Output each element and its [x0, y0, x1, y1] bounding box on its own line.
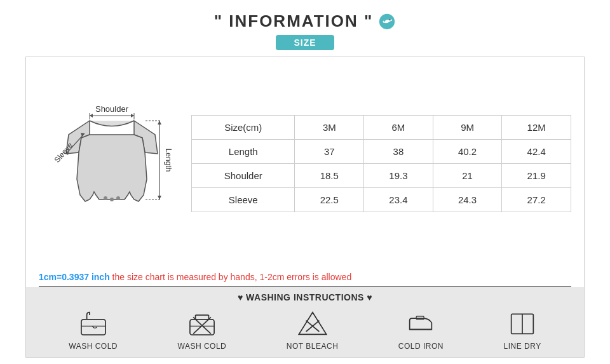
wash-item-3: NOT BLEACH — [287, 309, 338, 351]
washing-section: ♥ WASHING INSTRUCTIONS ♥ WASH COLD — [26, 287, 584, 357]
svg-marker-6 — [90, 114, 93, 118]
svg-point-1 — [390, 19, 391, 20]
wash-cold-1-icon — [77, 309, 110, 338]
table-row: Length373840.242.4 — [192, 139, 571, 163]
wash-label-1: WASH COLD — [69, 342, 118, 351]
table-row: Shoulder18.519.32121.9 — [192, 163, 571, 187]
line-dry-icon — [506, 309, 539, 338]
svg-point-2 — [104, 196, 107, 200]
wash-item-5: LINE DRY — [504, 309, 541, 351]
size-table-container: Size(cm) 3M 6M 9M 12M Length373840.242.4… — [191, 115, 571, 212]
wash-item-2: WASH COLD — [178, 309, 227, 351]
svg-text:Shoulder: Shoulder — [95, 104, 129, 114]
wash-label-5: LINE DRY — [504, 342, 541, 351]
wash-label-4: COLD IRON — [398, 342, 444, 351]
wash-label-2: WASH COLD — [178, 342, 227, 351]
washing-title: ♥ WASHING INSTRUCTIONS ♥ — [39, 292, 571, 302]
col-header-9m: 9M — [433, 115, 502, 139]
svg-marker-7 — [131, 114, 134, 118]
svg-marker-17 — [158, 196, 161, 199]
size-badge: SIZE — [276, 35, 334, 50]
col-header-6m: 6M — [364, 115, 433, 139]
page-header: " INFORMATION " SIZE — [214, 11, 396, 50]
svg-rect-33 — [417, 316, 424, 320]
main-content-box: Shoulder Sleeve Length — [25, 57, 585, 358]
garment-diagram: Shoulder Sleeve Length — [39, 97, 185, 230]
col-header-3m: 3M — [295, 115, 364, 139]
table-header-row: Size(cm) 3M 6M 9M 12M — [192, 115, 571, 139]
svg-point-3 — [110, 198, 114, 201]
size-note: 1cm=0.3937 inch the size chart is measur… — [26, 267, 584, 286]
col-header-size: Size(cm) — [192, 115, 295, 139]
svg-marker-30 — [299, 313, 326, 335]
note-blue-text: 1cm=0.3937 inch — [39, 272, 110, 282]
table-row: Sleeve22.523.424.327.2 — [192, 187, 571, 212]
wash-label-3: NOT BLEACH — [287, 342, 338, 351]
wash-cold-2-icon — [186, 309, 219, 338]
cold-iron-icon — [404, 309, 437, 338]
washing-icons-row: WASH COLD WASH COLD — [39, 309, 571, 351]
size-table: Size(cm) 3M 6M 9M 12M Length373840.242.4… — [191, 115, 571, 212]
not-bleach-icon — [296, 309, 329, 338]
bird-icon — [378, 13, 396, 30]
wash-item-1: WASH COLD — [69, 309, 118, 351]
svg-rect-23 — [190, 320, 214, 335]
page-title: " INFORMATION " — [214, 11, 374, 31]
svg-point-4 — [116, 196, 120, 200]
svg-marker-16 — [158, 121, 161, 125]
svg-text:Length: Length — [164, 149, 173, 172]
size-section: Shoulder Sleeve Length — [26, 57, 584, 267]
note-red-text: the size chart is measured by hands, 1-2… — [110, 272, 352, 282]
col-header-12m: 12M — [502, 115, 571, 139]
wash-item-4: COLD IRON — [398, 309, 444, 351]
